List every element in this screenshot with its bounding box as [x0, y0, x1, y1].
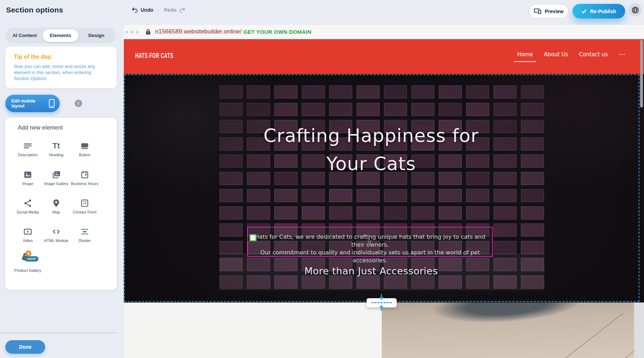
contact-form-icon — [70, 197, 100, 208]
description-icon — [13, 140, 43, 151]
site-url[interactable]: n1566589.websitebuilder.online/ — [155, 28, 242, 35]
hero-subheading: More than Just Accessories — [124, 265, 631, 277]
add-element-video[interactable]: Video — [13, 226, 43, 243]
add-element-image[interactable]: Image — [13, 169, 43, 186]
divider-icon — [70, 226, 100, 236]
undo-button[interactable]: Undo — [132, 7, 153, 13]
site-nav: Home About Us Contact us ••• — [517, 49, 625, 60]
image-gallery-icon — [41, 169, 71, 179]
done-button[interactable]: Done — [5, 340, 45, 354]
check-icon — [581, 9, 587, 14]
page-title: Section options — [6, 6, 63, 14]
product-gallery-icon: SHOP — [13, 252, 43, 266]
add-element-title: Add new element — [18, 125, 63, 131]
preview-label: Preview — [545, 9, 564, 14]
preview-button[interactable]: Preview — [529, 4, 569, 19]
map-icon — [41, 197, 71, 208]
tab-elements[interactable]: Elements — [43, 29, 79, 42]
add-element-button[interactable]: Button — [70, 140, 100, 157]
add-element-image-gallery[interactable]: Image Gallery — [41, 169, 71, 186]
add-element-map[interactable]: Map — [41, 197, 71, 215]
resize-arrows-icon — [379, 294, 384, 311]
shop-badge: SHOP — [25, 256, 38, 262]
add-element-social-media[interactable]: Social Media — [13, 197, 43, 215]
button-icon — [70, 140, 100, 151]
browser-dots — [125, 31, 139, 34]
lock-icon — [146, 29, 151, 35]
add-element-html-module[interactable]: HTML Module — [41, 226, 71, 243]
language-globe-button[interactable] — [628, 3, 642, 17]
mouse-cursor — [368, 238, 372, 244]
add-element-business-hours[interactable]: Business Hours — [70, 169, 100, 186]
tab-design[interactable]: Design — [78, 29, 114, 42]
preview-right-gutter — [634, 302, 644, 358]
next-section-background — [124, 302, 382, 358]
add-element-heading[interactable]: Tt Heading — [41, 140, 71, 157]
republish-button[interactable]: Re-Publish — [572, 4, 625, 19]
globe-icon — [631, 6, 639, 14]
sidebar-tabs: AI Content Elements Design — [5, 28, 116, 43]
preview-scrollbar-thumb[interactable] — [640, 40, 643, 107]
redo-icon — [179, 7, 185, 13]
nav-item-contact-us[interactable]: Contact us — [579, 49, 608, 60]
hero-heading: Crafting Happiness for Your Cats — [124, 122, 631, 178]
heading-icon: Tt — [41, 140, 71, 151]
sidebar-bottom-divider — [0, 333, 117, 333]
edit-mobile-layout-label: Edit mobile layout — [11, 99, 45, 109]
undo-icon — [132, 7, 138, 13]
tip-body: Now you can add, move and resize any ele… — [14, 63, 107, 81]
hero-section[interactable]: Crafting Happiness for Your Cats More th… — [124, 74, 644, 302]
tip-of-the-day-card: Tip of the day: Now you can add, move an… — [5, 47, 117, 88]
floor-photo — [382, 302, 634, 358]
image-icon — [13, 169, 43, 179]
site-header: HATS FOR CATS Home About Us Contact us •… — [124, 39, 644, 74]
add-element-contact-form[interactable]: Contact Form — [70, 197, 100, 215]
hero-body-text: Hats for Cats, we are dedicated to craft… — [248, 233, 492, 264]
nav-item-home[interactable]: Home — [517, 49, 533, 60]
video-icon — [13, 226, 43, 236]
add-element-divider[interactable]: Divider — [70, 226, 100, 243]
html-module-icon — [41, 226, 71, 236]
undo-label: Undo — [141, 7, 153, 13]
nav-more-menu[interactable]: ••• — [619, 51, 625, 58]
info-icon[interactable]: i — [75, 100, 82, 107]
social-media-icon — [13, 197, 43, 208]
section-resize-handle[interactable] — [366, 298, 397, 307]
upgrade-arrow-badge — [26, 251, 31, 256]
redo-label: Redo — [164, 7, 176, 13]
add-element-description[interactable]: Description — [13, 140, 43, 157]
business-hours-icon — [70, 169, 100, 179]
element-drag-handle[interactable] — [249, 234, 257, 241]
devices-icon — [534, 8, 542, 14]
tab-ai-content[interactable]: AI Content — [7, 29, 43, 42]
add-element-product-gallery[interactable]: SHOP Product Gallery — [13, 252, 43, 273]
phone-icon — [49, 99, 55, 108]
undo-redo-group: Undo Redo — [132, 7, 185, 13]
site-logo: HATS FOR CATS — [135, 51, 173, 59]
republish-label: Re-Publish — [590, 9, 616, 14]
tip-heading: Tip of the day: — [14, 54, 108, 60]
get-your-own-domain-link[interactable]: GET YOUR OWN DOMAIN — [243, 29, 312, 35]
redo-button[interactable]: Redo — [164, 7, 185, 13]
edit-mobile-layout-button[interactable]: Edit mobile layout — [5, 95, 60, 112]
nav-item-about-us[interactable]: About Us — [544, 49, 568, 60]
